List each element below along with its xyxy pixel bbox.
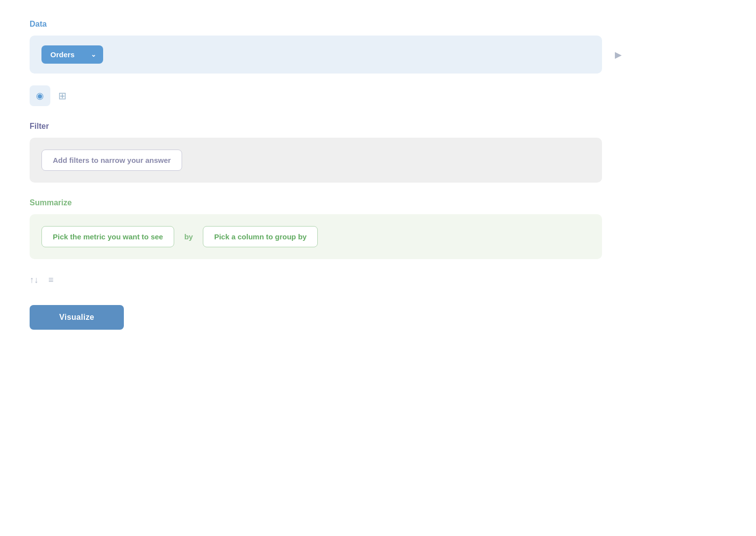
pick-group-button[interactable]: Pick a column to group by xyxy=(203,226,318,247)
summarize-section: Summarize Pick the metric you want to se… xyxy=(30,198,726,259)
data-box: Orders ⌄ ▶ xyxy=(30,36,602,74)
sort-icon[interactable]: ↑↓ xyxy=(30,275,38,285)
summarize-section-label: Summarize xyxy=(30,198,726,207)
filter-section: Filter Add filters to narrow your answer xyxy=(30,122,726,183)
chevron-down-icon: ⌄ xyxy=(84,46,103,63)
pick-metric-button[interactable]: Pick the metric you want to see xyxy=(41,226,174,247)
filter-box: Add filters to narrow your answer xyxy=(30,138,602,183)
visualize-button[interactable]: Visualize xyxy=(30,305,124,330)
filter-section-label: Filter xyxy=(30,122,726,131)
data-section: Data Orders ⌄ ▶ xyxy=(30,20,726,74)
toggle-icon-button[interactable]: ◉ xyxy=(30,85,50,106)
orders-button-label: Orders xyxy=(41,45,83,64)
bottom-icon-row: ↑↓ ≡ xyxy=(30,275,602,285)
play-icon[interactable]: ▶ xyxy=(615,49,622,60)
toggle-icon: ◉ xyxy=(36,90,44,101)
icon-row: ◉ ⊞ xyxy=(30,85,726,106)
grid-add-icon[interactable]: ⊞ xyxy=(58,90,67,102)
add-filter-button[interactable]: Add filters to narrow your answer xyxy=(41,150,182,171)
orders-button[interactable]: Orders ⌄ xyxy=(41,45,103,64)
data-section-label: Data xyxy=(30,20,726,29)
summarize-box: Pick the metric you want to see by Pick … xyxy=(30,214,602,259)
by-label: by xyxy=(184,232,193,241)
list-icon[interactable]: ≡ xyxy=(48,275,54,285)
